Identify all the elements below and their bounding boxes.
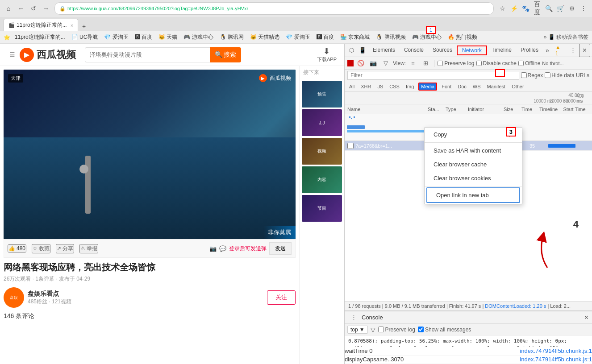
bookmark-10[interactable]: 🅱 百度 xyxy=(315,33,336,42)
type-img[interactable]: Img xyxy=(404,83,416,90)
type-font[interactable]: Font xyxy=(440,83,453,90)
search-button[interactable]: 🔍 xyxy=(544,4,554,13)
bookmark-4[interactable]: 🅱 百度 xyxy=(133,33,154,42)
type-css[interactable]: CSS xyxy=(388,83,401,90)
bookmark-2[interactable]: 📄 UC导航 xyxy=(70,33,100,42)
bookmark-button[interactable]: ⚡ xyxy=(509,4,519,13)
login-hint[interactable]: 登录后可发送弹 xyxy=(229,245,267,252)
camera-button[interactable]: 📷 xyxy=(368,58,379,69)
devtools-close-button[interactable]: × xyxy=(579,44,590,57)
menu-button[interactable]: ☰ xyxy=(7,50,17,60)
video-player[interactable]: 天津 ▶ 西瓜视频 非你莫属 xyxy=(4,70,296,239)
console-drawer-icon[interactable]: ⋮ xyxy=(348,312,359,323)
tab-sources[interactable]: Sources xyxy=(428,45,457,56)
bookmark-13[interactable]: 🎮 游戏中心 xyxy=(410,33,443,42)
tab-close-button[interactable]: × xyxy=(71,23,73,28)
tab-elements[interactable]: Elements xyxy=(368,45,400,56)
col-header-timeline[interactable]: Timeline – Start Time xyxy=(539,107,589,112)
regex-checkbox[interactable] xyxy=(521,72,527,78)
cart-button[interactable]: 🛒 xyxy=(555,4,565,13)
settings-button[interactable]: ⚙ xyxy=(567,4,577,13)
ext-button[interactable]: 🐾 xyxy=(521,4,530,13)
type-manifest[interactable]: Manifest xyxy=(485,83,508,90)
console-context-dropdown[interactable]: top ▼ xyxy=(347,326,368,334)
bookmark-1[interactable]: 11pro这缝障正常的... xyxy=(13,33,67,42)
type-all[interactable]: All xyxy=(347,83,356,90)
devtools-inspect-button[interactable]: ⬡ xyxy=(346,45,356,56)
col-header-initiator[interactable]: Initiator xyxy=(468,107,504,112)
tab-console[interactable]: Console xyxy=(400,45,428,56)
list-view-button[interactable]: ≡ xyxy=(408,58,418,69)
console-close-button[interactable]: × xyxy=(584,314,588,322)
devtools-device-button[interactable]: 📱 xyxy=(357,45,367,56)
col-header-time[interactable]: Time xyxy=(521,107,539,112)
type-media[interactable]: Media 2 xyxy=(418,83,437,91)
type-ws[interactable]: WS xyxy=(471,83,483,90)
ctx-clear-cache[interactable]: Clear browser cache xyxy=(425,157,522,171)
group-view-button[interactable]: ⊞ xyxy=(420,58,431,69)
profile-button[interactable]: 百度 xyxy=(532,4,542,13)
report-button[interactable]: ⚠ 举报 xyxy=(79,244,98,253)
bookmark-11[interactable]: 🏪 京东商城 xyxy=(338,33,371,42)
like-button[interactable]: 👍 480 xyxy=(8,244,26,252)
search-input[interactable] xyxy=(85,47,210,62)
ctx-open-new-tab[interactable]: Open link in new tab xyxy=(426,187,520,203)
share-button[interactable]: ↗ 分享 xyxy=(56,244,74,253)
tab-profiles[interactable]: Profiles xyxy=(516,45,543,56)
console-show-all-checkbox[interactable] xyxy=(418,327,424,332)
bookmark-9[interactable]: 💎 爱淘玉 xyxy=(284,33,312,42)
devtools-more-tabs[interactable]: » xyxy=(543,45,552,56)
thumbnail-2[interactable]: J.J xyxy=(302,109,342,136)
ctx-save-har[interactable]: Save as HAR with content xyxy=(425,144,522,157)
console-filter-icon[interactable]: ▽ xyxy=(371,326,375,333)
type-other[interactable]: Other xyxy=(510,83,526,90)
collect-button[interactable]: ☆ 收藏 xyxy=(32,244,50,253)
new-tab-button[interactable]: + xyxy=(79,21,89,31)
console-source-2[interactable]: index.747914ff5b.chunk.js:1 xyxy=(520,347,592,355)
offline-checkbox[interactable] xyxy=(518,61,524,66)
col-header-name[interactable]: Name xyxy=(347,107,428,112)
thumbnail-1[interactable]: 预告 xyxy=(302,81,342,108)
bookmark-3[interactable]: 💎 爱淘玉 xyxy=(102,33,130,42)
thumbnail-4[interactable]: 内容 xyxy=(302,166,342,193)
preserve-log-checkbox[interactable] xyxy=(438,61,443,66)
bookmark-12[interactable]: 🐧 腾讯视频 xyxy=(374,33,407,42)
record-button[interactable] xyxy=(347,60,354,66)
clear-button[interactable]: 🚫 xyxy=(355,58,366,69)
type-doc[interactable]: Doc xyxy=(456,83,468,90)
devtools-vertical-dots[interactable]: ⋮ xyxy=(568,45,578,56)
ctx-clear-cookies[interactable]: Clear browser cookies xyxy=(425,171,522,185)
col-header-status[interactable]: Sta... xyxy=(428,107,446,112)
bookmark-5[interactable]: 🐱 天猫 xyxy=(157,33,179,42)
send-button[interactable]: 发送 xyxy=(269,242,292,255)
tab-network[interactable]: Network 1 xyxy=(457,46,487,55)
active-tab[interactable]: 🎬 11pro这缝障正常的... × xyxy=(4,19,78,31)
throttle-dropdown[interactable]: No throt... xyxy=(542,61,563,66)
back-button[interactable]: ← xyxy=(16,4,26,13)
bookmark-14[interactable]: 🔥 热门视频 xyxy=(446,33,479,42)
more-bookmarks[interactable]: » 📱 移动设备书签 xyxy=(544,33,588,41)
console-preserve-checkbox[interactable] xyxy=(378,327,384,332)
thumbnail-5[interactable]: 节目 xyxy=(302,195,342,222)
bookmark-7[interactable]: 🐧 腾讯网 xyxy=(218,33,246,42)
filter-input[interactable] xyxy=(347,71,519,80)
reload-button[interactable]: ↺ xyxy=(29,4,38,13)
follow-button[interactable]: 关注 xyxy=(267,290,296,305)
more-button[interactable]: ⋮ xyxy=(579,4,588,13)
star-button[interactable]: ☆ xyxy=(497,4,507,13)
tab-timeline[interactable]: Timeline xyxy=(487,45,516,56)
bookmark-6[interactable]: 🎮 游戏中心 xyxy=(182,33,215,42)
thumbnail-3[interactable]: 视频 xyxy=(302,138,342,165)
bookmark-8[interactable]: 🐱 天猫精选 xyxy=(248,33,281,42)
forward-button[interactable]: → xyxy=(41,4,51,13)
search-button[interactable]: 🔍 搜索 xyxy=(210,47,241,62)
col-header-type[interactable]: Type xyxy=(446,107,468,112)
type-xhr[interactable]: XHR xyxy=(359,83,373,90)
row-checkbox[interactable] xyxy=(347,143,354,149)
address-bar[interactable]: 🔒 https://www.ixigua.com/682096724939479… xyxy=(54,2,494,15)
disable-cache-checkbox[interactable] xyxy=(476,61,482,66)
console-source-3[interactable]: index.747914ff5b.chunk.js:1 xyxy=(520,356,592,363)
type-js[interactable]: JS xyxy=(375,83,385,90)
download-button[interactable]: ⬇ 下载APP xyxy=(317,46,337,63)
col-header-size[interactable]: Size xyxy=(504,107,521,112)
